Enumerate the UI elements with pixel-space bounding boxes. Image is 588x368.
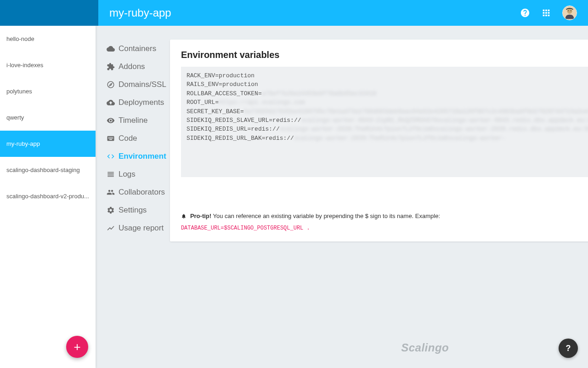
floating-help-button[interactable]: ? xyxy=(559,339,578,358)
subnav-item[interactable]: Usage report xyxy=(107,219,166,237)
subnav-label: Environment xyxy=(119,152,166,161)
sidebar-app-item[interactable]: scalingo-dashboard-staging xyxy=(0,157,96,183)
brand-watermark: Scalingo xyxy=(401,341,449,354)
gear-icon xyxy=(107,206,115,214)
people-icon xyxy=(107,188,115,196)
code-tag-icon xyxy=(107,152,115,161)
subnav-item[interactable]: Collaborators xyxy=(107,183,166,201)
subnav-label: Deployments xyxy=(119,98,164,107)
sidebar-app-label: scalingo-dashboard-staging xyxy=(6,167,80,173)
sidebar-app-item[interactable]: qwerty xyxy=(0,104,96,131)
top-header: my-ruby-app xyxy=(0,0,588,26)
apps-grid-icon[interactable] xyxy=(541,8,551,18)
header-brand-block xyxy=(0,0,98,26)
sidebar-app-label: qwerty xyxy=(6,114,24,121)
cloud-icon xyxy=(107,45,115,53)
subnav-item[interactable]: Addons xyxy=(107,58,166,75)
list-icon xyxy=(107,170,115,178)
header-actions xyxy=(520,6,577,20)
cloud-upload-icon xyxy=(107,98,115,107)
compass-icon xyxy=(107,80,115,89)
subnav-item[interactable]: Environment xyxy=(107,147,166,165)
help-icon[interactable] xyxy=(520,8,530,18)
sidebar-app-item[interactable]: hello-node xyxy=(0,26,96,52)
page-title: my-ruby-app xyxy=(109,6,520,19)
sidebar-app-item[interactable]: i-love-indexes xyxy=(0,52,96,78)
subnav-item[interactable]: Domains/SSL xyxy=(107,75,166,93)
subnav-label: Settings xyxy=(119,206,147,215)
subnav-label: Usage report xyxy=(119,224,164,233)
subnav: ContainersAddonsDomains/SSLDeploymentsTi… xyxy=(96,26,170,368)
sidebar-app-item[interactable]: scalingo-dashboard-v2-produ... xyxy=(0,183,96,209)
svg-point-1 xyxy=(567,9,572,14)
sidebar-app-label: polytunes xyxy=(6,88,32,95)
pro-tip: Pro-tip! You can reference an existing v… xyxy=(181,213,588,231)
subnav-label: Code xyxy=(119,134,137,143)
tip-bold: Pro-tip! xyxy=(190,213,211,219)
sidebar-app-label: hello-node xyxy=(6,35,34,42)
chart-icon xyxy=(107,224,115,232)
tip-text: You can reference an existing variable b… xyxy=(213,213,440,219)
subnav-item[interactable]: Deployments xyxy=(107,93,166,111)
subnav-item[interactable]: Settings xyxy=(107,201,166,219)
subnav-label: Logs xyxy=(119,170,136,179)
add-app-fab[interactable]: + xyxy=(66,336,88,358)
subnav-item[interactable]: Logs xyxy=(107,165,166,183)
sidebar-app-item[interactable]: polytunes xyxy=(0,78,96,104)
env-textarea[interactable]: RACK_ENV=productionRAILS_ENV=productionR… xyxy=(181,67,588,177)
eye-icon xyxy=(107,116,115,125)
subnav-label: Containers xyxy=(119,44,156,53)
app-sidebar: hello-nodei-love-indexespolytunesqwertym… xyxy=(0,26,96,368)
subnav-label: Collaborators xyxy=(119,188,165,197)
subnav-label: Timeline xyxy=(119,116,148,125)
header-main: my-ruby-app xyxy=(98,0,588,26)
subnav-label: Addons xyxy=(119,62,145,71)
bell-icon xyxy=(181,213,187,219)
card-title: Environment variables xyxy=(181,50,588,60)
puzzle-icon xyxy=(107,63,115,71)
sidebar-app-label: my-ruby-app xyxy=(6,140,40,147)
main-content: Environment variables RACK_ENV=productio… xyxy=(170,26,588,368)
sidebar-app-label: scalingo-dashboard-v2-produ... xyxy=(6,193,89,200)
svg-point-3 xyxy=(571,10,571,11)
env-card: Environment variables RACK_ENV=productio… xyxy=(170,40,588,242)
sidebar-app-label: i-love-indexes xyxy=(6,62,43,69)
sidebar-app-item[interactable]: my-ruby-app xyxy=(0,131,96,157)
svg-point-2 xyxy=(568,10,569,11)
subnav-label: Domains/SSL xyxy=(119,80,166,89)
subnav-item[interactable]: Timeline xyxy=(107,111,166,129)
subnav-item[interactable]: Containers xyxy=(107,40,166,58)
keyboard-icon xyxy=(107,134,115,143)
subnav-item[interactable]: Code xyxy=(107,129,166,147)
tip-code: DATABASE_URL=$SCALINGO_POSTGRESQL_URL . xyxy=(181,225,588,231)
avatar[interactable] xyxy=(562,6,577,20)
